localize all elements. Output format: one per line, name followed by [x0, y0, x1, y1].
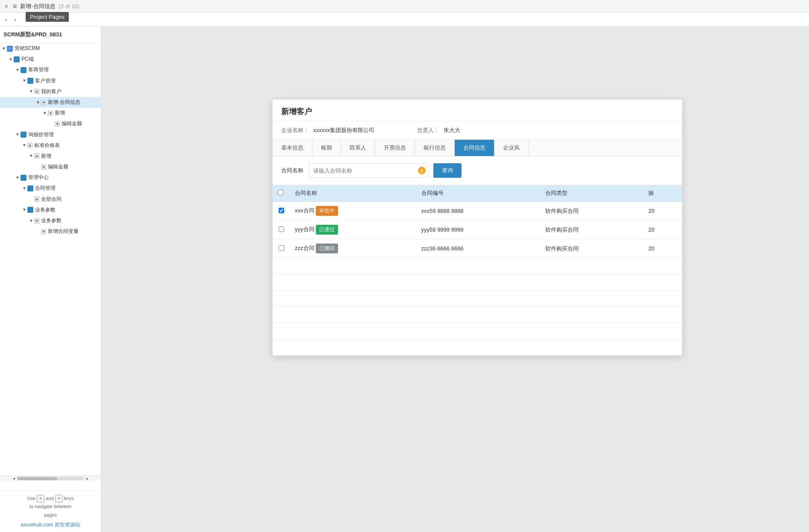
search-button[interactable]: 查询 — [433, 163, 462, 178]
sidebar-item-customer[interactable]: ▼ 客户管理 — [0, 76, 101, 86]
row2-checkbox[interactable] — [279, 226, 284, 232]
search-input-wrapper: 1 — [309, 163, 428, 178]
th-contract-type: 合同类型 — [540, 185, 643, 202]
sidebar-item-my-customers[interactable]: ▼ ■ 我的客户 — [0, 86, 101, 97]
sidebar-label-bizparams2: 业务参数 — [41, 217, 62, 225]
nav-arrows-bar: ‹ › — [0, 13, 809, 26]
page-icon-bizparams2: ■ — [34, 218, 39, 223]
page-icon-addcontract: ■ — [41, 100, 46, 105]
tab-contract[interactable]: 合同信息 — [455, 140, 494, 156]
use-text: Use — [27, 496, 36, 501]
sidebar-item-price-table[interactable]: ▼ ■ 标准价格表 — [0, 140, 101, 151]
tab-basic[interactable]: 基本信息 — [273, 140, 312, 156]
sidebar-item-add-contract[interactable]: ▼ ■ 新增-合同信息 — [0, 97, 101, 108]
tree-arrow-customer: ▼ — [22, 77, 27, 84]
row3-number: zzz36 6666 6666 — [416, 239, 541, 258]
tab-contact[interactable]: 联系人 — [341, 140, 375, 156]
row1-type: 软件购买合同 — [540, 202, 643, 220]
contract-table: 合同名称 合同编号 合同类型 操 xx — [273, 185, 682, 356]
folder-icon-bizparams — [27, 207, 33, 213]
select-all-checkbox[interactable] — [278, 190, 283, 195]
sidebar-item-biz-params-page[interactable]: ▼ ■ 业务参数 — [0, 215, 101, 226]
keys-text: keys — [64, 496, 74, 501]
sidebar-label-add2: 新增 — [41, 152, 51, 160]
sidebar-label-addcontract: 新增-合同信息 — [48, 98, 80, 106]
sidebar-item-customer-mgmt[interactable]: ▼ 客商管理 — [0, 65, 101, 75]
tree-arrow-add: ▼ — [43, 110, 48, 117]
menu-icon[interactable]: ≡ — [13, 3, 17, 10]
sidebar-label-contractmgmt: 合同管理 — [35, 184, 56, 192]
row1-checkbox[interactable] — [279, 208, 284, 213]
project-title: SCRM原型&PRD_0831 — [0, 26, 101, 43]
sidebar-item-add[interactable]: ▼ ■ 新增 — [0, 108, 101, 118]
tree-arrow-marketing: ▼ — [2, 45, 7, 52]
scrollbar-thumb[interactable] — [17, 477, 57, 480]
sidebar-item-add2[interactable]: ▼ ■ 新增 — [0, 151, 101, 162]
sidebar-label-editamt2: 编辑金额 — [48, 163, 68, 171]
sidebar-item-contract-mgmt[interactable]: ▼ 合同管理 — [0, 183, 101, 194]
company-value: xxxxxx集团股份有限公司 — [313, 126, 374, 134]
scrollbar-track[interactable] — [17, 477, 84, 480]
sidebar-item-add-contract-var[interactable]: ■ 新增合同变量 — [0, 226, 101, 237]
sidebar-label-bizparams: 业务参数 — [35, 206, 56, 214]
and-text: and — [46, 496, 53, 501]
page-icon-addcontractvar: ■ — [41, 229, 46, 234]
tree-arrow-mycust: ▼ — [29, 88, 34, 95]
scroll-left-arrow[interactable]: ◂ — [10, 475, 17, 482]
sidebar-item-all-contracts[interactable]: ■ 全部合同 — [0, 194, 101, 205]
tab-account[interactable]: 账期 — [312, 140, 341, 156]
tree-arrow-add2: ▼ — [29, 153, 34, 159]
axure-link[interactable]: axurehub.com 原型资源站 — [3, 521, 97, 529]
page-icon-mycust: ■ — [34, 89, 39, 94]
sidebar-item-edit-amount2[interactable]: ■ 编辑金额 — [0, 162, 101, 172]
content-area: 新增客户 企业名称： xxxxxx集团股份有限公司 负责人： 朱大大 基本信息 … — [101, 26, 809, 532]
table-row-empty — [273, 307, 682, 323]
folder-icon-contractmgmt — [27, 185, 33, 191]
row2-type: 软件购买合同 — [540, 220, 643, 239]
table-row: zzz合同 已撤回 zzz36 6666 6666 软件购买合同 20 — [273, 239, 682, 258]
sidebar-item-pc[interactable]: ▼ PC端 — [0, 54, 101, 65]
sidebar-label-inquiry: 询报价管理 — [28, 131, 54, 139]
sidebar-item-mgmt-center[interactable]: ▼ 管理中心 — [0, 172, 101, 183]
search-badge: 1 — [418, 167, 426, 174]
sidebar-item-marketing-scrm[interactable]: ▼ ▪ 营销SCRM — [0, 43, 101, 54]
tree-arrow-mgmt: ▼ — [15, 174, 21, 181]
tab-enterprise[interactable]: 企业风 — [494, 140, 529, 156]
sidebar-item-inquiry[interactable]: ▼ 询报价管理 — [0, 129, 101, 140]
tree-arrow-price: ▼ — [22, 142, 27, 149]
owner-value: 朱大大 — [444, 126, 460, 134]
row1-name: xxx合同 审批中 — [290, 202, 416, 220]
next-arrow[interactable]: › — [12, 15, 18, 24]
row1-number: xxx59 8888 8888 — [416, 202, 541, 220]
tab-invoice[interactable]: 开票信息 — [375, 140, 415, 156]
th-checkbox — [273, 185, 290, 202]
contract-search-input[interactable] — [309, 163, 428, 178]
close-icon[interactable]: × — [3, 3, 9, 9]
sidebar-label-addcontractvar: 新增合同变量 — [48, 227, 79, 235]
page-icon-allcontracts: ■ — [34, 197, 39, 202]
sidebar-item-biz-params[interactable]: ▼ 业务参数 — [0, 205, 101, 215]
page-icon-editamt: ■ — [55, 121, 60, 126]
table-row-empty — [273, 274, 682, 291]
main-layout: SCRM原型&PRD_0831 ▼ ▪ 营销SCRM ▼ PC端 ▼ 客商管理 … — [0, 26, 809, 532]
tab-bank[interactable]: 银行信息 — [415, 140, 455, 156]
row1-checkbox-cell — [273, 202, 290, 220]
folder-icon-marketing: ▪ — [7, 46, 13, 52]
row1-status-badge: 审批中 — [316, 206, 338, 216]
row3-status-badge: 已撤回 — [316, 244, 338, 253]
table-row: yyy合同 已通过 yyy58 9999 9999 软件购买合同 20 — [273, 220, 682, 239]
sidebar-label-mgmt: 管理中心 — [28, 173, 49, 182]
sidebar-label-marketing: 营销SCRM — [15, 44, 40, 53]
prev-arrow[interactable]: ‹ — [3, 15, 9, 24]
page-title: 新增-合同信息 — [20, 3, 55, 10]
folder-icon-customer — [27, 78, 33, 84]
owner-label: 负责人： — [417, 126, 439, 134]
row2-checkbox-cell — [273, 220, 290, 239]
row3-checkbox[interactable] — [279, 245, 284, 251]
page-count: (2 of 10) — [59, 3, 79, 9]
row2-extra: 20 — [643, 220, 682, 239]
table-row: xxx合同 审批中 xxx59 8888 8888 软件购买合同 20 — [273, 202, 682, 220]
sidebar-item-edit-amount[interactable]: ■ 编辑金额 — [0, 118, 101, 129]
sidebar-bottom: Use < and > keys to navigate between pag… — [0, 491, 101, 532]
scroll-right-arrow[interactable]: ▸ — [84, 475, 91, 482]
